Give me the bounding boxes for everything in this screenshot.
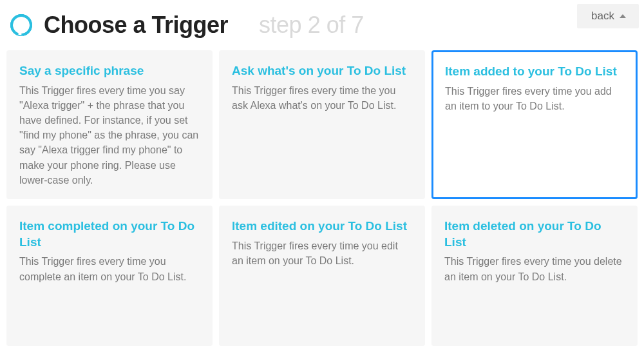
trigger-card-item-added[interactable]: Item added to your To Do List This Trigg… xyxy=(431,50,638,199)
trigger-card-ask-todo[interactable]: Ask what's on your To Do List This Trigg… xyxy=(219,50,425,199)
trigger-title: Item deleted on your To Do List xyxy=(444,218,625,250)
trigger-desc: This Trigger fires every time you comple… xyxy=(19,254,200,284)
trigger-desc: This Trigger fires every time you delete… xyxy=(444,254,625,284)
trigger-grid: Say a specific phrase This Trigger fires… xyxy=(0,50,644,346)
trigger-card-item-deleted[interactable]: Item deleted on your To Do List This Tri… xyxy=(431,206,638,346)
trigger-title: Item completed on your To Do List xyxy=(19,218,200,250)
trigger-desc: This Trigger fires every time you edit a… xyxy=(232,238,412,268)
trigger-card-item-completed[interactable]: Item completed on your To Do List This T… xyxy=(6,206,213,346)
back-button[interactable]: back xyxy=(577,4,639,28)
trigger-card-item-edited[interactable]: Item edited on your To Do List This Trig… xyxy=(219,206,425,346)
step-indicator: step 2 of 7 xyxy=(259,12,364,39)
trigger-title: Say a specific phrase xyxy=(19,63,200,79)
trigger-desc: This Trigger fires every time you say "A… xyxy=(19,83,200,188)
header: Choose a Trigger step 2 of 7 back xyxy=(0,0,644,50)
page-title: Choose a Trigger xyxy=(44,12,228,39)
back-button-label: back xyxy=(591,10,614,23)
alexa-logo-icon xyxy=(10,14,32,36)
trigger-desc: This Trigger fires every time you add an… xyxy=(445,84,624,113)
trigger-title: Item edited on your To Do List xyxy=(232,218,412,235)
caret-up-icon xyxy=(620,14,626,18)
trigger-title: Ask what's on your To Do List xyxy=(232,63,412,79)
trigger-card-say-phrase[interactable]: Say a specific phrase This Trigger fires… xyxy=(6,50,213,199)
trigger-title: Item added to your To Do List xyxy=(445,64,624,80)
trigger-desc: This Trigger fires every time the you as… xyxy=(232,83,412,113)
